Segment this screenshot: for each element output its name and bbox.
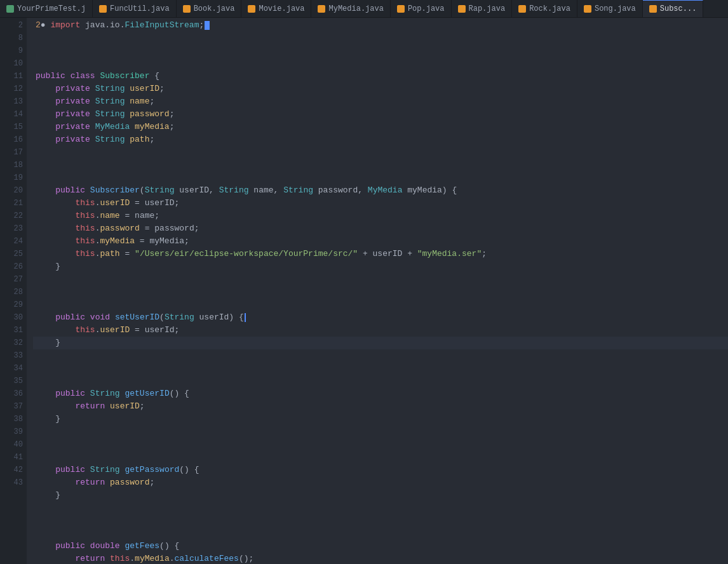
code-editor[interactable]: 2● import java.io.FileInputStream; publi…	[27, 18, 728, 564]
tab-label: Pop.java	[408, 4, 445, 13]
tab-label: YourPrimeTest.j	[17, 4, 86, 13]
file-icon	[6, 5, 14, 13]
code-line	[33, 502, 728, 540]
file-icon	[518, 5, 526, 13]
file-icon	[649, 5, 657, 13]
code-line: this.userID = userID;	[33, 197, 728, 210]
code-line	[33, 146, 728, 184]
code-line: public String getUserID() {	[33, 387, 728, 400]
code-line: public double getFees() {	[33, 540, 728, 553]
tab-rap[interactable]: Rap.java	[452, 0, 513, 18]
line-numbers: 2 8 9 10 11 12 13 14 15 16 17 18 19 20 2…	[0, 18, 27, 564]
tab-label: Song.java	[595, 4, 636, 13]
code-line: public class Subscriber {	[33, 70, 728, 83]
file-icon	[397, 5, 405, 13]
code-line: return userID;	[33, 400, 728, 413]
tab-book[interactable]: Book.java	[177, 0, 242, 18]
file-icon	[248, 5, 255, 13]
file-icon	[318, 5, 325, 13]
code-line: this.myMedia = myMedia;	[33, 235, 728, 248]
tab-movie[interactable]: Movie.java	[241, 0, 311, 18]
code-line: private String name;	[33, 95, 728, 108]
code-area: 2 8 9 10 11 12 13 14 15 16 17 18 19 20 2…	[0, 18, 728, 564]
tab-bar: YourPrimeTest.j FuncUtil.java Book.java …	[0, 0, 728, 18]
code-line: private String password;	[33, 108, 728, 121]
code-line: }	[33, 413, 728, 426]
tab-label: Rock.java	[529, 4, 570, 13]
file-icon	[584, 5, 591, 13]
file-icon	[458, 5, 466, 13]
code-line: public void setUserID(String userId) {	[33, 311, 728, 324]
code-line: this.path = "/Users/eir/eclipse-workspac…	[33, 248, 728, 260]
code-line: return password;	[33, 476, 728, 489]
code-line: private String userID;	[33, 83, 728, 95]
code-line: private MyMedia myMedia;	[33, 121, 728, 133]
tab-label: Subsc...	[660, 4, 697, 13]
tab-label: MyMedia.java	[328, 4, 383, 13]
tab-funcutil[interactable]: FuncUtil.java	[93, 0, 177, 18]
tab-label: Book.java	[194, 4, 235, 13]
file-icon	[99, 5, 107, 13]
tab-label: Movie.java	[259, 4, 304, 13]
code-line: }	[33, 260, 728, 273]
code-line-highlighted: }	[33, 337, 728, 349]
code-line: public Subscriber(String userID, String …	[33, 184, 728, 197]
tab-song[interactable]: Song.java	[577, 0, 643, 18]
code-line	[33, 349, 728, 387]
code-line: }	[33, 489, 728, 502]
tab-subscriber[interactable]: Subsc...	[643, 0, 704, 18]
tab-label: FuncUtil.java	[110, 4, 170, 13]
tab-label: Rap.java	[469, 4, 506, 13]
code-line: return this.myMedia.calculateFees();	[33, 553, 728, 564]
file-icon	[183, 5, 191, 13]
tab-mymedia[interactable]: MyMedia.java	[311, 0, 390, 18]
code-line	[33, 32, 728, 70]
tab-rock[interactable]: Rock.java	[512, 0, 577, 18]
code-line: this.password = password;	[33, 222, 728, 235]
code-line: this.name = name;	[33, 210, 728, 222]
code-line	[33, 273, 728, 311]
code-line: private String path;	[33, 133, 728, 146]
code-line: 2● import java.io.FileInputStream;	[33, 19, 728, 32]
code-line	[33, 426, 728, 464]
code-line: public String getPassword() {	[33, 464, 728, 476]
code-line: this.userID = userId;	[33, 324, 728, 337]
tab-yourprimetest[interactable]: YourPrimeTest.j	[0, 0, 93, 18]
tab-pop[interactable]: Pop.java	[391, 0, 452, 18]
